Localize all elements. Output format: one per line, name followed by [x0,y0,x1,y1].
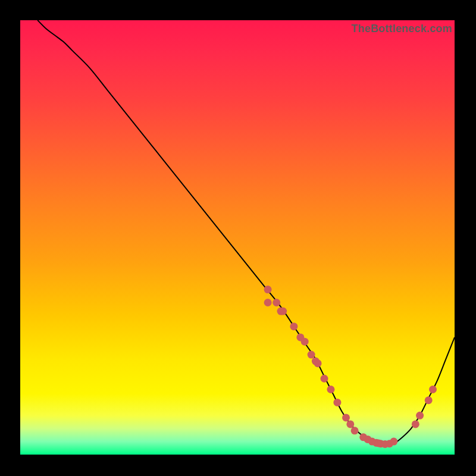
gpu-marker [412,420,419,428]
gpu-marker [390,438,397,446]
watermark-text: TheBottleneck.com [352,23,452,35]
gpu-marker [333,399,341,406]
gpu-marker [301,338,309,346]
gpu-marker [264,299,272,306]
plot-area: TheBottleneck.com [20,20,455,455]
gpu-marker [327,386,334,393]
gpu-marker [342,414,350,421]
gpu-marker [314,359,322,367]
gpu-marker [273,299,280,306]
gpu-marker [416,412,424,419]
gpu-marker [425,396,433,404]
gpu-marker [321,375,328,383]
gpu-marker [279,308,287,315]
gpu-marker [346,420,354,428]
gpu-marker [351,427,359,434]
chart-svg [20,20,455,455]
gpu-marker [308,351,315,359]
gpu-marker [290,322,298,330]
gpu-marker [264,286,272,293]
bottleneck-curve [37,20,455,446]
gpu-marker [429,386,437,393]
gpu-markers [264,286,437,448]
